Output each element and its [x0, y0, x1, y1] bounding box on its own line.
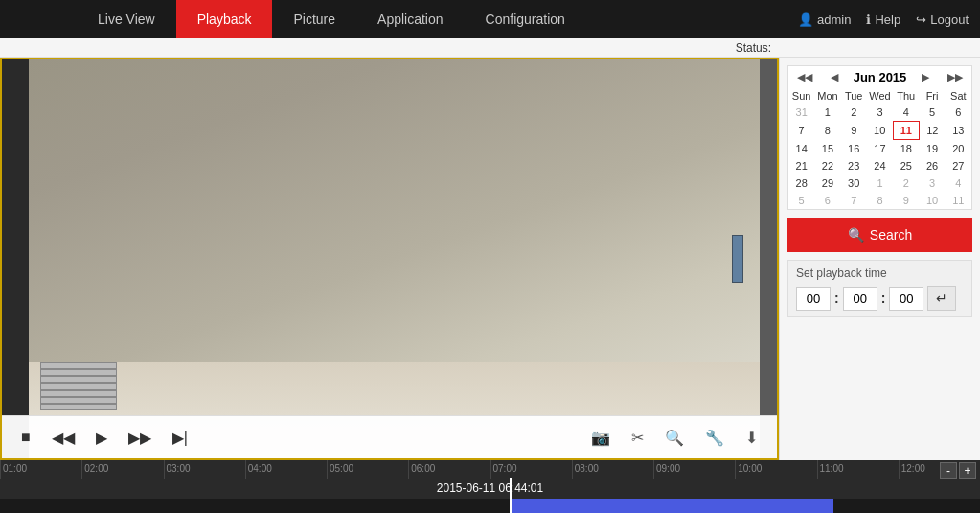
- calendar-day[interactable]: 4: [946, 175, 971, 192]
- time-inputs: : : ↵: [796, 286, 964, 311]
- timeline-zoom-controls: - +: [940, 462, 976, 479]
- tab-configuration[interactable]: Configuration: [465, 0, 586, 38]
- calendar-day[interactable]: 11: [946, 192, 971, 209]
- settings-icon[interactable]: 🔧: [701, 427, 728, 449]
- calendar-day[interactable]: 6: [946, 104, 971, 122]
- calendar-day[interactable]: 22: [814, 157, 840, 175]
- hour-input[interactable]: [796, 287, 831, 311]
- cal-next-month[interactable]: ▶: [919, 70, 932, 84]
- timeline-label: 03:00: [164, 460, 245, 479]
- calendar-day[interactable]: 6: [814, 192, 840, 209]
- calendar-day[interactable]: 18: [893, 140, 919, 158]
- minute-input[interactable]: [843, 287, 877, 311]
- calendar-day[interactable]: 4: [893, 104, 919, 122]
- calendar-day[interactable]: 26: [919, 157, 945, 175]
- calendar-day[interactable]: 1: [814, 104, 840, 122]
- calendar-day[interactable]: 16: [841, 140, 867, 158]
- timeline-labels: 01:0002:0003:0004:0005:0006:0007:0008:00…: [0, 460, 980, 479]
- calendar-day[interactable]: 24: [867, 157, 893, 175]
- calendar-day[interactable]: 9: [893, 192, 919, 209]
- go-time-button[interactable]: ↵: [927, 286, 956, 311]
- rewind-button[interactable]: ◀◀: [48, 427, 79, 449]
- second-input[interactable]: [889, 287, 923, 311]
- timeline-label: 07:00: [490, 460, 572, 479]
- download-icon[interactable]: ⬇: [741, 427, 762, 449]
- calendar-header: ◀◀ ◀ Jun 2015 ▶ ▶▶: [788, 66, 971, 88]
- status-label: Status:: [736, 41, 771, 55]
- calendar-day[interactable]: 7: [841, 192, 867, 209]
- tab-playback[interactable]: Playback: [176, 0, 273, 38]
- timeline-continuous-segment: [510, 499, 833, 513]
- tab-picture[interactable]: Picture: [272, 0, 356, 38]
- calendar-day[interactable]: 8: [814, 122, 840, 140]
- cal-prev-month[interactable]: ◀: [828, 70, 841, 84]
- nav-right: 👤 admin ℹ Help ↪ Logout: [798, 12, 980, 27]
- timeline-label: 02:00: [81, 460, 163, 479]
- calendar-day[interactable]: 9: [841, 122, 867, 140]
- zoom-in-icon[interactable]: 🔍: [661, 427, 688, 449]
- timeline-label: 06:00: [408, 460, 490, 479]
- nav-tabs: Live View Playback Picture Application C…: [77, 0, 586, 38]
- zoom-out-button[interactable]: -: [940, 462, 957, 479]
- calendar-day[interactable]: 8: [867, 192, 893, 209]
- calendar-day[interactable]: 23: [841, 157, 867, 175]
- calendar-day[interactable]: 21: [788, 157, 814, 175]
- calendar-day[interactable]: 7: [788, 122, 814, 140]
- calendar-day[interactable]: 17: [867, 140, 893, 158]
- calendar-day[interactable]: 30: [841, 175, 867, 192]
- calendar-day[interactable]: 20: [946, 140, 971, 158]
- tab-live-view[interactable]: Live View: [77, 0, 176, 38]
- screenshot-icon[interactable]: 📷: [587, 427, 614, 449]
- calendar-day[interactable]: 10: [919, 192, 945, 209]
- video-controls-bar: ■ ◀◀ ▶ ▶▶ ▶| 📷 ✂ 🔍 🔧 ⬇: [2, 415, 777, 458]
- video-player: ■ ◀◀ ▶ ▶▶ ▶| 📷 ✂ 🔍 🔧 ⬇: [0, 58, 779, 460]
- help-icon: ℹ: [866, 12, 871, 27]
- tab-application[interactable]: Application: [356, 0, 465, 38]
- door-handle: [732, 235, 743, 283]
- calendar-day[interactable]: 13: [946, 122, 971, 140]
- main-content: ■ ◀◀ ▶ ▶▶ ▶| 📷 ✂ 🔍 🔧 ⬇ ◀◀ ◀ Jun 2015 ▶ ▶…: [0, 58, 980, 460]
- calendar-day[interactable]: 25: [893, 157, 919, 175]
- timeline-label: 01:00: [0, 460, 81, 479]
- calendar-day[interactable]: 19: [919, 140, 945, 158]
- calendar-day[interactable]: 12: [919, 122, 945, 140]
- logout-button[interactable]: ↪ Logout: [916, 12, 969, 27]
- calendar-day[interactable]: 2: [841, 104, 867, 122]
- calendar-day[interactable]: 1: [867, 175, 893, 192]
- cal-prev-year[interactable]: ◀◀: [794, 70, 815, 84]
- cal-next-year[interactable]: ▶▶: [945, 70, 966, 84]
- calendar-day[interactable]: 14: [788, 140, 814, 158]
- calendar: ◀◀ ◀ Jun 2015 ▶ ▶▶ SunMonTueWedThuFriSat…: [787, 65, 972, 210]
- calendar-day[interactable]: 31: [788, 104, 814, 122]
- calendar-day[interactable]: 3: [867, 104, 893, 122]
- search-button[interactable]: 🔍 Search: [787, 218, 972, 252]
- fast-forward-button[interactable]: ▶▶: [125, 427, 155, 449]
- zoom-in-button[interactable]: +: [959, 462, 976, 479]
- timeline-label: 09:00: [653, 460, 735, 479]
- search-icon: 🔍: [848, 227, 864, 243]
- calendar-day[interactable]: 10: [867, 122, 893, 140]
- timeline-label: 04:00: [245, 460, 327, 479]
- calendar-day[interactable]: 11: [893, 122, 919, 140]
- timeline-label: 11:00: [817, 460, 899, 479]
- timeline-section: - + 2015-06-11 06:44:01 01:0002:0003:000…: [0, 460, 980, 513]
- step-forward-button[interactable]: ▶|: [169, 427, 192, 449]
- calendar-day[interactable]: 27: [946, 157, 971, 175]
- calendar-grid: SunMonTueWedThuFriSat 311234567891011121…: [788, 88, 971, 209]
- play-button[interactable]: ▶: [92, 427, 111, 449]
- vent-decoration: [40, 362, 117, 410]
- timeline-timestamp: 2015-06-11 06:44:01: [437, 481, 543, 495]
- calendar-day[interactable]: 3: [919, 175, 945, 192]
- calendar-day[interactable]: 29: [814, 175, 840, 192]
- user-menu[interactable]: 👤 admin: [798, 12, 851, 27]
- help-button[interactable]: ℹ Help: [866, 12, 900, 27]
- right-panel: ◀◀ ◀ Jun 2015 ▶ ▶▶ SunMonTueWedThuFriSat…: [779, 58, 980, 460]
- timeline-bar[interactable]: [0, 499, 980, 513]
- stop-button[interactable]: ■: [17, 427, 34, 448]
- calendar-day[interactable]: 28: [788, 175, 814, 192]
- calendar-day[interactable]: 2: [893, 175, 919, 192]
- calendar-day[interactable]: 5: [919, 104, 945, 122]
- calendar-day[interactable]: 5: [788, 192, 814, 209]
- calendar-day[interactable]: 15: [814, 140, 840, 158]
- clip-icon[interactable]: ✂: [627, 427, 648, 449]
